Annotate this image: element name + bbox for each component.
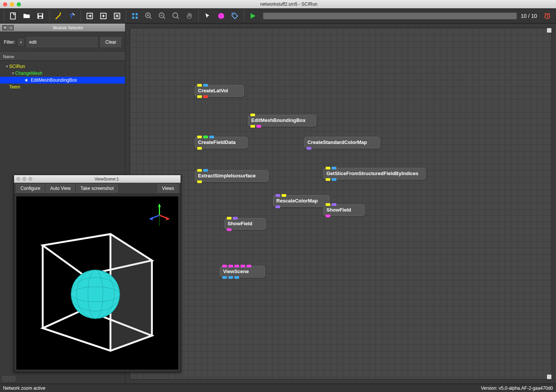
svg-rect-9 [132,13,135,16]
open-folder-button[interactable] [20,10,33,22]
help-button[interactable]: ? [65,10,78,22]
import-button[interactable] [83,10,96,22]
main-toolbar: ? 10 / 10 [0,8,556,24]
configure-button[interactable]: Configure [16,184,44,193]
zoom-in-button[interactable] [142,10,155,22]
module-tree: ▼SCIRun ▼ChangeMesh ★EditMeshBoundingBox… [0,61,125,93]
save-button[interactable] [34,10,47,22]
status-left: Network zoom active [3,386,45,391]
new-file-button[interactable] [6,10,19,22]
tree-item-editmeshboundingbox[interactable]: ★EditMeshBoundingBox [0,77,125,84]
vs-max-icon[interactable] [29,177,32,181]
vs-close-icon[interactable] [16,177,20,181]
panel-close-icon[interactable]: ✕ [2,25,8,30]
node-extractsimpleisosurface[interactable]: ExtractSimpleIsosurface [195,170,269,182]
grid-button[interactable] [128,10,141,22]
viewscene-viewport[interactable] [16,196,178,370]
canvas-corner-tr [546,28,552,33]
minimize-icon[interactable] [10,2,14,6]
maximize-icon[interactable] [17,2,21,6]
panel-header: ✕◇ Module Selector [0,24,125,32]
node-showfield-2[interactable]: ShowField [323,204,365,216]
node-viewscene[interactable]: ViewScene [220,266,265,278]
status-right: Version: v5.0-alpha.AF-2-gaa470d0 [481,386,553,391]
node-rescalecolormap[interactable]: RescaleColorMap [273,195,330,207]
run-button[interactable] [246,10,259,22]
sidebar-bottom-controls[interactable] [2,376,15,381]
vs-min-icon[interactable] [22,177,26,181]
status-bar: Network zoom active Version: v5.0-alpha.… [0,384,556,392]
panel-undock-icon[interactable]: ◇ [8,25,14,30]
viewscene-titlebar[interactable]: ViewScene:1 [14,175,181,183]
close-icon[interactable] [3,2,7,6]
svg-point-15 [173,13,178,18]
alarm-icon[interactable] [541,10,554,22]
tag-button[interactable] [228,10,241,22]
tree-item-changemesh[interactable]: ▼ChangeMesh [0,70,125,77]
node-getslicefromstructuredfieldbyindices[interactable]: GetSliceFromStructuredFieldByIndices [323,168,426,180]
panel-title: Module Selector [14,25,123,30]
clear-button[interactable]: Clear [100,37,121,47]
select-button[interactable] [201,10,214,22]
svg-rect-0 [11,13,16,19]
window-title: networkstuff2.srn5 - SCIRun [25,2,553,7]
canvas-corner-br [546,374,552,379]
package-button[interactable] [215,10,228,22]
window-controls[interactable] [3,2,21,6]
svg-point-4 [60,13,61,14]
node-createlatvol[interactable]: CreateLatVol [195,85,244,97]
svg-rect-12 [136,17,138,19]
viewscene-title: ViewScene:1 [35,177,178,181]
views-button[interactable]: Views [158,184,178,193]
window-titlebar: networkstuff2.srn5 - SCIRun [0,0,556,8]
node-editmeshboundingbox[interactable]: EditMeshBoundingBox [248,115,316,126]
filter-label: Filter: [4,40,15,45]
pan-button[interactable] [183,10,196,22]
network-canvas[interactable]: CreateLatVol EditMeshBoundingBox CreateF… [125,24,556,384]
screenshot-button[interactable]: Take screenshot [76,184,118,193]
svg-point-16 [233,14,234,15]
autoview-button[interactable]: Auto View [46,184,75,193]
tree-item-scirun[interactable]: ▼SCIRun [0,63,125,70]
zoom-out-button[interactable] [156,10,169,22]
svg-rect-10 [136,13,138,16]
tree-item-teem[interactable]: Teem [0,84,125,90]
wizard-button[interactable] [52,10,65,22]
filter-input[interactable] [27,37,97,47]
svg-marker-19 [158,204,161,207]
tree-header: Name [0,52,125,61]
node-createfielddata[interactable]: CreateFieldData [195,137,248,149]
star-icon: ★ [24,77,29,83]
progress-bar [263,13,517,19]
zoom-reset-button[interactable] [169,10,182,22]
filter-dropdown[interactable]: ▾ [18,39,24,46]
svg-rect-2 [38,14,42,16]
svg-rect-11 [132,17,135,19]
node-showfield-1[interactable]: ShowField [224,218,266,230]
viewscene-window[interactable]: ViewScene:1 Configure Auto View Take scr… [14,175,181,372]
node-createstandardcolormap[interactable]: CreateStandardColorMap [304,137,380,149]
viewscene-toolbar: Configure Auto View Take screenshot View… [14,183,181,194]
progress-text: 10 / 10 [521,13,537,19]
add-window-button[interactable] [97,10,110,22]
close-window-button[interactable] [111,10,124,22]
svg-rect-3 [39,17,41,19]
